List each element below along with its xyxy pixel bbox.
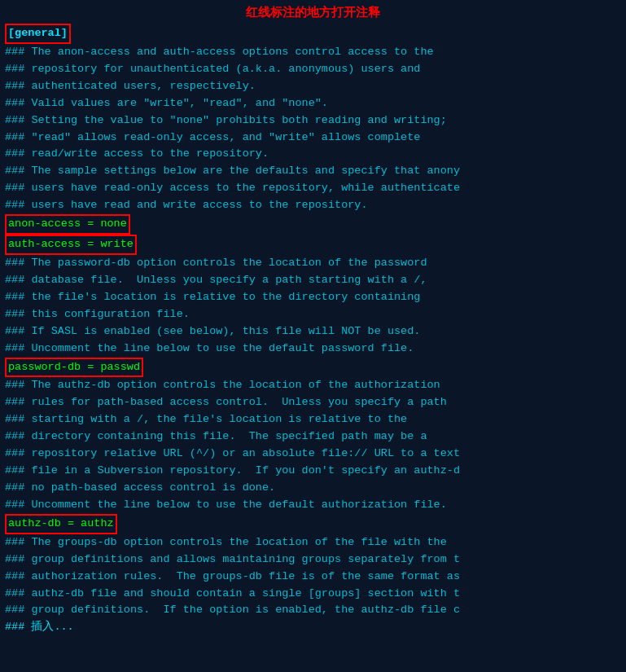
line-21: ### rules for path-based access control.… <box>5 394 621 411</box>
line-5: ### Setting the value to "none" prohibit… <box>5 112 621 130</box>
header-title: 红线标注的地方打开注释 <box>0 3 626 22</box>
line-15: ### the file's location is relative to t… <box>5 289 621 306</box>
section-header: [general] <box>5 24 71 44</box>
line-25: ### file in a Subversion repository. If … <box>5 463 621 480</box>
key-value: password-db = passwd <box>5 358 143 378</box>
line-22: ### starting with a /, the file's locati… <box>5 411 621 428</box>
line-32: ### authz-db file and should contain a s… <box>5 586 621 603</box>
line-23: ### directory containing this file. The … <box>5 428 621 446</box>
key-value: authz-db = authz <box>5 514 117 534</box>
line-24: ### repository relative URL (^/) or an a… <box>5 446 621 463</box>
line-29: ### The groups-db option controls the lo… <box>5 534 621 551</box>
line-14: ### database file. Unless you specify a … <box>5 272 621 289</box>
line-18: ### Uncomment the line below to use the … <box>5 340 621 358</box>
line-6: ### "read" allows read-only access, and … <box>5 130 621 147</box>
line-1: ### The anon-access and auth-access opti… <box>5 44 621 61</box>
line-7: ### read/write access to the repository. <box>5 146 621 163</box>
line-17: ### If SASL is enabled (see below), this… <box>5 323 621 340</box>
line-10: ### users have read and write access to … <box>5 197 621 214</box>
line-13: ### The password-db option controls the … <box>5 255 621 272</box>
line-30: ### group definitions and allows maintai… <box>5 551 621 569</box>
line-2: ### repository for unauthenticated (a.k.… <box>5 61 621 78</box>
line-19: password-db = passwd <box>5 358 621 378</box>
line-31: ### authorization rules. The groups-db f… <box>5 569 621 586</box>
line-20: ### The authz-db option controls the loc… <box>5 377 621 394</box>
line-11: anon-access = none <box>5 214 621 235</box>
line-9: ### users have read-only access to the r… <box>5 180 621 197</box>
app: 红线标注的地方打开注释 [general]### The anon-access… <box>0 0 626 672</box>
line-26: ### no path-based access control is done… <box>5 480 621 497</box>
line-33: ### group definitions. If the option is … <box>5 602 621 619</box>
key-value: auth-access = write <box>5 235 137 255</box>
line-3: ### authenticated users, respectively. <box>5 78 621 95</box>
line-8: ### The sample settings below are the de… <box>5 163 621 180</box>
line-28: authz-db = authz <box>5 514 621 534</box>
line-12: auth-access = write <box>5 235 621 255</box>
content: [general]### The anon-access and auth-ac… <box>0 24 626 636</box>
line-0: [general] <box>5 24 621 44</box>
line-34: ### 插入... <box>5 619 621 636</box>
key-value: anon-access = none <box>5 214 130 235</box>
line-16: ### this configuration file. <box>5 306 621 323</box>
line-4: ### Valid values are "write", "read", an… <box>5 95 621 112</box>
line-27: ### Uncomment the line below to use the … <box>5 497 621 514</box>
